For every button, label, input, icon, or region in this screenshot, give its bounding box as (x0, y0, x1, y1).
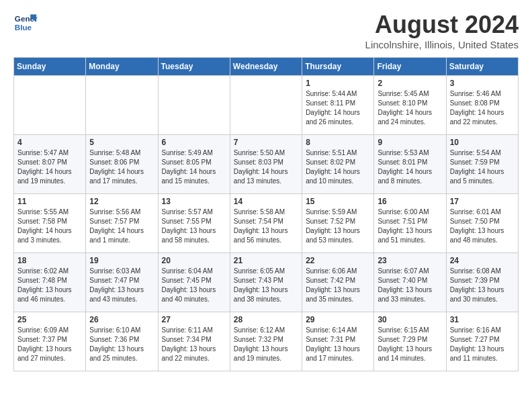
calendar-cell: 4Sunrise: 5:47 AM Sunset: 8:07 PM Daylig… (14, 135, 86, 194)
calendar-cell: 25Sunrise: 6:09 AM Sunset: 7:37 PM Dayli… (14, 312, 86, 371)
day-number: 7 (234, 138, 298, 147)
day-header-saturday: Saturday (446, 58, 518, 76)
day-info: Sunrise: 5:57 AM Sunset: 7:55 PM Dayligh… (162, 208, 226, 245)
day-number: 5 (89, 138, 154, 147)
day-info: Sunrise: 6:05 AM Sunset: 7:43 PM Dayligh… (234, 267, 298, 304)
calendar-cell: 17Sunrise: 6:01 AM Sunset: 7:50 PM Dayli… (446, 194, 518, 253)
calendar-cell: 19Sunrise: 6:03 AM Sunset: 7:47 PM Dayli… (86, 253, 158, 312)
calendar-cell: 12Sunrise: 5:56 AM Sunset: 7:57 PM Dayli… (86, 194, 158, 253)
day-number: 14 (234, 197, 298, 206)
week-row-3: 11Sunrise: 5:55 AM Sunset: 7:58 PM Dayli… (14, 194, 519, 253)
day-info: Sunrise: 5:45 AM Sunset: 8:10 PM Dayligh… (378, 89, 442, 127)
header-row: SundayMondayTuesdayWednesdayThursdayFrid… (14, 58, 519, 76)
calendar-cell: 31Sunrise: 6:16 AM Sunset: 7:27 PM Dayli… (446, 312, 518, 371)
day-info: Sunrise: 5:59 AM Sunset: 7:52 PM Dayligh… (306, 208, 370, 245)
day-number: 20 (162, 256, 226, 265)
day-number: 28 (234, 315, 298, 324)
calendar-cell: 21Sunrise: 6:05 AM Sunset: 7:43 PM Dayli… (230, 253, 302, 312)
day-info: Sunrise: 6:06 AM Sunset: 7:42 PM Dayligh… (306, 267, 370, 304)
day-info: Sunrise: 6:16 AM Sunset: 7:27 PM Dayligh… (450, 326, 515, 363)
day-number: 12 (89, 197, 154, 206)
calendar-cell: 11Sunrise: 5:55 AM Sunset: 7:58 PM Dayli… (14, 194, 86, 253)
day-info: Sunrise: 6:03 AM Sunset: 7:47 PM Dayligh… (89, 267, 154, 304)
day-number: 1 (306, 79, 370, 88)
day-header-monday: Monday (86, 58, 158, 76)
day-info: Sunrise: 6:09 AM Sunset: 7:37 PM Dayligh… (17, 326, 82, 363)
calendar-cell: 28Sunrise: 6:12 AM Sunset: 7:32 PM Dayli… (230, 312, 302, 371)
day-info: Sunrise: 5:50 AM Sunset: 8:03 PM Dayligh… (234, 148, 298, 186)
calendar-cell: 18Sunrise: 6:02 AM Sunset: 7:48 PM Dayli… (14, 253, 86, 312)
day-info: Sunrise: 6:08 AM Sunset: 7:39 PM Dayligh… (450, 267, 515, 304)
calendar-cell: 20Sunrise: 6:04 AM Sunset: 7:45 PM Dayli… (158, 253, 230, 312)
day-info: Sunrise: 6:10 AM Sunset: 7:36 PM Dayligh… (89, 326, 154, 363)
location: Lincolnshire, Illinois, United States (365, 39, 519, 50)
day-number: 19 (89, 256, 154, 265)
day-info: Sunrise: 6:02 AM Sunset: 7:48 PM Dayligh… (17, 267, 82, 304)
day-number: 15 (306, 197, 370, 206)
day-info: Sunrise: 6:15 AM Sunset: 7:29 PM Dayligh… (378, 326, 442, 363)
day-number: 21 (234, 256, 298, 265)
day-header-thursday: Thursday (302, 58, 374, 76)
day-info: Sunrise: 5:46 AM Sunset: 8:08 PM Dayligh… (450, 89, 515, 127)
week-row-5: 25Sunrise: 6:09 AM Sunset: 7:37 PM Dayli… (14, 312, 519, 371)
day-number: 8 (306, 138, 370, 147)
day-number: 10 (450, 138, 515, 147)
week-row-1: 1Sunrise: 5:44 AM Sunset: 8:11 PM Daylig… (14, 76, 519, 135)
svg-text:Blue: Blue (15, 23, 32, 32)
calendar-cell: 3Sunrise: 5:46 AM Sunset: 8:08 PM Daylig… (446, 76, 518, 135)
day-number: 24 (450, 256, 515, 265)
calendar-cell: 30Sunrise: 6:15 AM Sunset: 7:29 PM Dayli… (374, 312, 446, 371)
day-info: Sunrise: 5:47 AM Sunset: 8:07 PM Dayligh… (17, 148, 82, 186)
day-info: Sunrise: 5:48 AM Sunset: 8:06 PM Dayligh… (89, 148, 154, 186)
day-info: Sunrise: 5:51 AM Sunset: 8:02 PM Dayligh… (306, 148, 370, 186)
calendar-cell: 24Sunrise: 6:08 AM Sunset: 7:39 PM Dayli… (446, 253, 518, 312)
day-number: 6 (162, 138, 226, 147)
day-info: Sunrise: 6:07 AM Sunset: 7:40 PM Dayligh… (378, 267, 442, 304)
day-number: 22 (306, 256, 370, 265)
day-header-sunday: Sunday (14, 58, 86, 76)
calendar-cell (158, 76, 230, 135)
title-area: August 2024 Lincolnshire, Illinois, Unit… (365, 11, 519, 50)
day-number: 23 (378, 256, 442, 265)
calendar-cell: 27Sunrise: 6:11 AM Sunset: 7:34 PM Dayli… (158, 312, 230, 371)
calendar-cell: 29Sunrise: 6:14 AM Sunset: 7:31 PM Dayli… (302, 312, 374, 371)
calendar-cell: 2Sunrise: 5:45 AM Sunset: 8:10 PM Daylig… (374, 76, 446, 135)
day-info: Sunrise: 5:49 AM Sunset: 8:05 PM Dayligh… (162, 148, 226, 186)
calendar-cell: 9Sunrise: 5:53 AM Sunset: 8:01 PM Daylig… (374, 135, 446, 194)
day-info: Sunrise: 5:55 AM Sunset: 7:58 PM Dayligh… (17, 208, 82, 245)
calendar-cell: 16Sunrise: 6:00 AM Sunset: 7:51 PM Dayli… (374, 194, 446, 253)
week-row-2: 4Sunrise: 5:47 AM Sunset: 8:07 PM Daylig… (14, 135, 519, 194)
day-number: 29 (306, 315, 370, 324)
day-info: Sunrise: 5:54 AM Sunset: 7:59 PM Dayligh… (450, 148, 515, 186)
calendar-cell: 23Sunrise: 6:07 AM Sunset: 7:40 PM Dayli… (374, 253, 446, 312)
calendar-cell (230, 76, 302, 135)
day-number: 11 (17, 197, 82, 206)
calendar-cell: 7Sunrise: 5:50 AM Sunset: 8:03 PM Daylig… (230, 135, 302, 194)
logo-icon: General Blue (13, 11, 38, 35)
calendar-cell: 13Sunrise: 5:57 AM Sunset: 7:55 PM Dayli… (158, 194, 230, 253)
day-header-tuesday: Tuesday (158, 58, 230, 76)
day-number: 4 (17, 138, 82, 147)
day-info: Sunrise: 5:58 AM Sunset: 7:54 PM Dayligh… (234, 208, 298, 245)
day-number: 31 (450, 315, 515, 324)
day-info: Sunrise: 6:00 AM Sunset: 7:51 PM Dayligh… (378, 208, 442, 245)
day-number: 26 (89, 315, 154, 324)
logo: General Blue General Blue (13, 11, 38, 35)
day-info: Sunrise: 6:14 AM Sunset: 7:31 PM Dayligh… (306, 326, 370, 363)
day-number: 18 (17, 256, 82, 265)
calendar-cell: 22Sunrise: 6:06 AM Sunset: 7:42 PM Dayli… (302, 253, 374, 312)
day-info: Sunrise: 5:44 AM Sunset: 8:11 PM Dayligh… (306, 89, 370, 127)
day-number: 2 (378, 79, 442, 88)
day-number: 3 (450, 79, 515, 88)
calendar-cell: 26Sunrise: 6:10 AM Sunset: 7:36 PM Dayli… (86, 312, 158, 371)
day-info: Sunrise: 6:12 AM Sunset: 7:32 PM Dayligh… (234, 326, 298, 363)
day-info: Sunrise: 6:01 AM Sunset: 7:50 PM Dayligh… (450, 208, 515, 245)
calendar-cell: 8Sunrise: 5:51 AM Sunset: 8:02 PM Daylig… (302, 135, 374, 194)
calendar-cell (14, 76, 86, 135)
day-number: 27 (162, 315, 226, 324)
day-number: 9 (378, 138, 442, 147)
week-row-4: 18Sunrise: 6:02 AM Sunset: 7:48 PM Dayli… (14, 253, 519, 312)
calendar-cell: 15Sunrise: 5:59 AM Sunset: 7:52 PM Dayli… (302, 194, 374, 253)
day-number: 25 (17, 315, 82, 324)
month-year: August 2024 (365, 11, 519, 39)
